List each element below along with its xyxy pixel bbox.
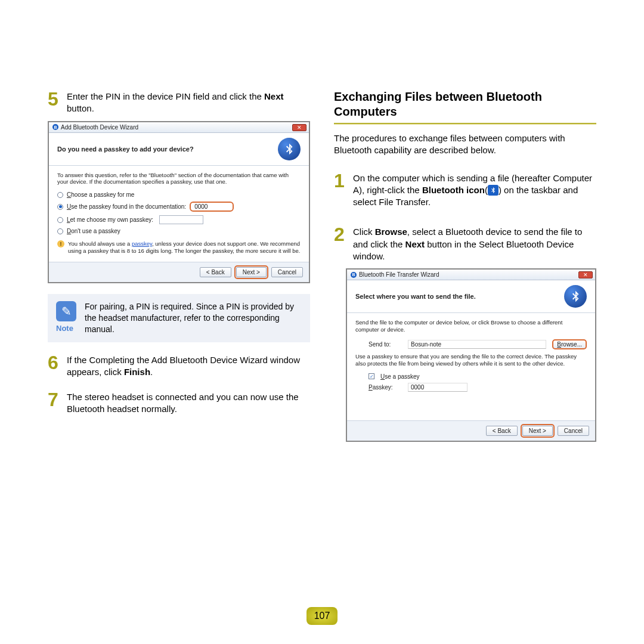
dialog-title-text: Bluetooth File Transfer Wizard xyxy=(359,271,439,278)
step-7: 7 The stereo headset is connected and yo… xyxy=(48,390,310,416)
passkey-link[interactable]: passkey xyxy=(132,240,152,247)
passkey-row: Passkey: 0000 xyxy=(369,383,587,392)
radio-icon xyxy=(57,217,63,223)
passkey-label: Passkey: xyxy=(369,384,402,391)
step-text: If the Completing the Add Bluetooth Devi… xyxy=(67,353,310,379)
bluetooth-icon xyxy=(278,138,301,160)
radio-icon xyxy=(57,192,63,198)
bluetooth-icon xyxy=(488,185,499,196)
passkey-input[interactable]: 0000 xyxy=(190,202,234,212)
radio-icon xyxy=(57,228,63,234)
right-column: Exchanging Files between Bluetooth Compu… xyxy=(334,89,596,453)
sendto-value: Bosun-note xyxy=(408,340,546,349)
step-text: Click Browse, select a Bluetooth device … xyxy=(353,225,596,262)
step-number: 1 xyxy=(334,171,348,209)
dialog-body: To answer this question, refer to the "B… xyxy=(49,166,309,262)
next-button[interactable]: Next > xyxy=(522,426,553,436)
dialog-heading: Select where you want to send the file. xyxy=(355,293,476,300)
radio-choose-passkey[interactable]: Choose a passkey for me xyxy=(57,191,301,198)
next-button[interactable]: Next > xyxy=(236,267,267,277)
page-columns: 5 Enter the PIN in the device PIN field … xyxy=(48,89,608,453)
use-passkey-row[interactable]: Use a passkey xyxy=(369,373,587,380)
step-text: The stereo headset is connected and you … xyxy=(67,390,310,416)
dialog-header: Do you need a passkey to add your device… xyxy=(49,133,309,166)
dialog-titlebar: Bluetooth File Transfer Wizard ✕ xyxy=(347,270,595,280)
back-button[interactable]: < Back xyxy=(200,267,231,277)
page-number: 107 xyxy=(306,607,338,625)
left-column: 5 Enter the PIN in the device PIN field … xyxy=(48,89,310,453)
browse-button[interactable]: Browse... xyxy=(552,339,587,349)
note-pencil-icon: ✎ xyxy=(56,301,76,321)
step-number: 2 xyxy=(334,225,348,262)
bluetooth-icon xyxy=(564,285,587,308)
back-button[interactable]: < Back xyxy=(486,426,518,436)
step-5: 5 Enter the PIN in the device PIN field … xyxy=(48,89,310,115)
radio-icon xyxy=(57,204,63,210)
title-rule xyxy=(334,123,596,124)
checkbox-icon xyxy=(369,373,374,379)
bluetooth-mini-icon xyxy=(52,124,58,130)
bluetooth-mini-icon xyxy=(351,272,357,278)
dialog-footer: < Back Next > Cancel xyxy=(49,262,309,282)
dialog-body: Send the file to the computer or device … xyxy=(347,313,595,420)
step-text: Enter the PIN in the device PIN field an… xyxy=(67,89,310,115)
note-label: Note xyxy=(56,324,76,333)
passkey-input[interactable]: 0000 xyxy=(408,383,467,392)
dialog-heading: Do you need a passkey to add your device… xyxy=(57,145,194,153)
dialog-footer: < Back Next > Cancel xyxy=(347,420,595,441)
passkey-desc: Use a passkey to ensure that you are sen… xyxy=(355,353,587,367)
step-1: 1 On the computer which is sending a fil… xyxy=(334,171,596,209)
warning-icon: ! xyxy=(57,240,64,247)
step-number: 7 xyxy=(48,390,62,416)
dialog-titlebar: Add Bluetooth Device Wizard ✕ xyxy=(49,122,309,133)
step-2: 2 Click Browse, select a Bluetooth devic… xyxy=(334,225,596,262)
sendto-row: Send to: Bosun-note Browse... xyxy=(369,339,587,349)
cancel-button[interactable]: Cancel xyxy=(558,426,589,436)
own-passkey-input[interactable] xyxy=(159,215,203,224)
passkey-warning: ! You should always use a passkey, unles… xyxy=(57,240,301,255)
step-number: 6 xyxy=(48,353,62,379)
step-6: 6 If the Completing the Add Bluetooth De… xyxy=(48,353,310,379)
dialog-title-text: Add Bluetooth Device Wizard xyxy=(61,124,138,131)
dialog-header: Select where you want to send the file. xyxy=(347,280,595,313)
add-bluetooth-device-dialog: Add Bluetooth Device Wizard ✕ Do you nee… xyxy=(48,121,310,284)
dialog-desc: Send the file to the computer or device … xyxy=(355,319,587,333)
cancel-button[interactable]: Cancel xyxy=(271,267,303,277)
radio-no-passkey[interactable]: Don't use a passkey xyxy=(57,228,301,234)
step-text: On the computer which is sending a file … xyxy=(353,171,596,209)
note-text: For pairing, a PIN is required. Since a … xyxy=(85,301,302,335)
radio-use-documentation-passkey[interactable]: Use the passkey found in the documentati… xyxy=(57,202,301,212)
sendto-label: Send to: xyxy=(369,341,402,348)
close-icon[interactable]: ✕ xyxy=(292,124,306,131)
bluetooth-file-transfer-dialog: Bluetooth File Transfer Wizard ✕ Select … xyxy=(346,268,596,442)
section-intro: The procedures to exchange files between… xyxy=(334,132,596,157)
close-icon[interactable]: ✕ xyxy=(578,271,593,278)
dialog-desc: To answer this question, refer to the "B… xyxy=(57,172,301,186)
note-box: ✎ Note For pairing, a PIN is required. S… xyxy=(48,294,310,342)
step-number: 5 xyxy=(48,89,62,115)
section-title: Exchanging Files between Bluetooth Compu… xyxy=(334,89,596,119)
radio-own-passkey[interactable]: Let me choose my own passkey: xyxy=(57,215,301,224)
